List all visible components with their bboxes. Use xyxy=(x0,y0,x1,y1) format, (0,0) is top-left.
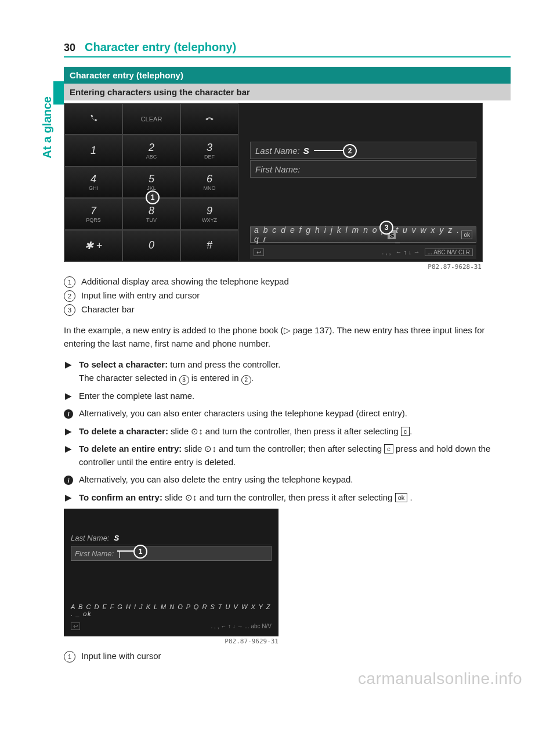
character-bar: a b c d e f g h i j k l m n o p q r s t … xyxy=(250,226,476,243)
f2-legend-1: Input line with cursor xyxy=(81,651,161,661)
f2-charbar: A B C D E F G H I J K L M N O P Q R S T … xyxy=(71,604,272,617)
entry-panel: Last Name: S First Name: a b c d e f g h… xyxy=(238,103,482,261)
f2-first-name: First Name: | xyxy=(71,546,272,561)
key-1: 1 xyxy=(64,135,122,166)
key-6: 6MNO xyxy=(180,167,238,198)
figure-1-id: P82.87-9628-31 xyxy=(64,263,482,271)
triangle-icon: ▶ xyxy=(64,425,73,438)
key-hash: # xyxy=(180,230,238,261)
triangle-icon: ▶ xyxy=(64,442,73,469)
instruction-list: ▶ To select a character: turn and press … xyxy=(64,358,511,504)
sub-header: Entering characters using the character … xyxy=(64,84,511,100)
marker-1-icon: 1 xyxy=(64,651,75,663)
side-tab-block xyxy=(53,81,64,105)
key-3: 3DEF xyxy=(180,135,238,166)
return-icon: ↩ xyxy=(254,249,264,256)
intro-paragraph: In the example, a new entry is added to … xyxy=(64,324,511,350)
legend-2: Input line with entry and cursor xyxy=(81,290,200,300)
figure-2: Last Name: S First Name: | 1 A B C D E F… xyxy=(64,509,278,636)
key-7: 7PQRS xyxy=(64,198,122,229)
slide-icon: ⊙↕ xyxy=(185,492,197,502)
side-tab: At a glance xyxy=(41,96,54,159)
slide-icon: ⊙↕ xyxy=(204,444,216,453)
f2-bottombar: ↩ . , , ← ↑ ↓ → ... abc N/V xyxy=(71,620,272,632)
triangle-icon: ▶ xyxy=(64,390,73,403)
f2-last-name-value: S xyxy=(114,534,119,542)
bullet-delete-char: To delete a character: slide ⊙↕ and turn… xyxy=(79,425,412,438)
callout-2: 2 xyxy=(343,144,357,158)
slide-icon: ⊙↕ xyxy=(191,426,203,436)
ok-key-icon: ok xyxy=(395,493,408,502)
triangle-icon: ▶ xyxy=(64,358,73,385)
marker-2-icon: 2 xyxy=(64,290,75,302)
marker-3-icon: 3 xyxy=(64,304,75,316)
figure-2-id: P82.87-9629-31 xyxy=(64,638,278,645)
bullet-delete-entry: To delete an entire entry: slide ⊙↕ and … xyxy=(79,442,511,469)
marker-1-icon: 1 xyxy=(64,276,75,288)
bullet-alt-delete: Alternatively, you can also delete the e… xyxy=(79,473,353,487)
key-9: 9WXYZ xyxy=(180,198,238,229)
return-icon: ↩ xyxy=(71,622,80,630)
page-header: 30 Character entry (telephony) xyxy=(64,41,511,57)
telephone-keypad: CLEAR 1 2ABC 3DEF 4GHI 5JKL 6MNO 7PQRS 8… xyxy=(64,103,238,261)
bullet-enter-lastname: Enter the complete last name. xyxy=(79,390,194,403)
marker-3-inline-icon: 3 xyxy=(179,375,189,385)
charbar-left: a b c d e f g h i j k l m n o p q r xyxy=(254,225,388,244)
f2-last-name-label: Last Name: xyxy=(71,534,109,542)
legend-1: Additional display area showing the tele… xyxy=(81,276,289,286)
figure-2-legend: 1Input line with cursor xyxy=(64,651,511,663)
f2-bottom-text: . , , ← ↑ ↓ → ... abc N/V xyxy=(211,623,272,629)
figure-1-legend: 1Additional display area showing the tel… xyxy=(64,276,511,316)
figure-1: CLEAR 1 2ABC 3DEF 4GHI 5JKL 6MNO 7PQRS 8… xyxy=(64,103,483,262)
key-call-icon xyxy=(64,103,122,135)
key-2: 2ABC xyxy=(122,135,180,166)
page-number: 30 xyxy=(64,42,75,54)
charbar-right: t u v w x y z . _ xyxy=(396,225,461,244)
watermark: carmanualsonline.info xyxy=(358,669,522,688)
first-name-input: First Name: xyxy=(250,160,476,178)
triangle-icon: ▶ xyxy=(64,491,73,505)
key-clear: CLEAR xyxy=(122,103,180,135)
c-key-icon: c xyxy=(384,444,393,453)
f2-last-name: Last Name: S xyxy=(71,531,272,545)
c-key-icon: c xyxy=(401,427,410,436)
last-name-input: Last Name: S xyxy=(250,142,476,159)
key-star: ✱ + xyxy=(64,230,122,261)
section-header: Character entry (telephony) xyxy=(64,67,511,84)
bottombar-keys: ... ABC N/V CLR xyxy=(425,249,473,256)
key-end-icon xyxy=(180,103,238,135)
key-0: 0 xyxy=(122,230,180,261)
last-name-label: Last Name: xyxy=(255,146,300,156)
charbar-ok: ok xyxy=(461,231,472,239)
chapter-title: Character entry (telephony) xyxy=(85,41,236,54)
legend-3: Character bar xyxy=(81,304,135,314)
last-name-value: S xyxy=(303,146,309,156)
bottombar-dots: . , , xyxy=(382,249,390,255)
callout-1: 1 xyxy=(146,190,160,204)
key-4: 4GHI xyxy=(64,167,122,198)
first-name-label: First Name: xyxy=(255,164,301,174)
bullet-alt-keypad: Alternatively, you can also enter charac… xyxy=(79,407,407,420)
bottom-bar: ↩ . , , ← ↑ ↓ → ... ABC N/V CLR xyxy=(250,245,476,259)
bullet-select-char: To select a character: turn and press th… xyxy=(79,358,280,385)
bottombar-arrows: ← ↑ ↓ → xyxy=(395,249,419,255)
f2-first-name-label: First Name: xyxy=(75,549,114,558)
info-icon: i xyxy=(64,476,73,485)
info-icon: i xyxy=(64,409,73,419)
callout-3: 3 xyxy=(379,221,393,235)
marker-2-inline-icon: 2 xyxy=(241,375,251,385)
bullet-confirm: To confirm an entry: slide ⊙↕ and turn t… xyxy=(79,491,413,505)
triangle-icon: ▷ xyxy=(284,325,291,335)
f2-callout-1: 1 xyxy=(133,545,147,559)
